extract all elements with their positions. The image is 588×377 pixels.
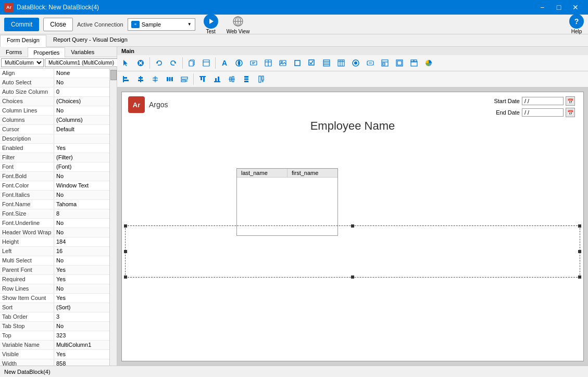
prop-value-cell[interactable]: No <box>54 106 109 115</box>
table-row[interactable]: VisibleYes <box>0 350 109 359</box>
subtab-properties[interactable]: Properties <box>28 47 65 57</box>
prop-value-cell[interactable]: (Columns) <box>54 116 109 124</box>
prop-value-cell[interactable]: 3 <box>54 312 109 321</box>
align-left-side-button[interactable] <box>119 72 133 86</box>
prop-value-cell[interactable]: (Filter) <box>54 153 109 162</box>
selection-box[interactable] <box>125 225 580 278</box>
prop-value-cell[interactable]: No <box>54 172 109 181</box>
table-row[interactable]: Filter(Filter) <box>0 153 109 162</box>
table-row[interactable]: Font.ColorWindow Text <box>0 181 109 191</box>
box-button[interactable] <box>291 56 304 70</box>
prop-value-cell[interactable] <box>54 134 109 143</box>
prop-value-cell[interactable]: (Choices) <box>54 97 109 106</box>
prop-value-cell[interactable]: Yes <box>54 266 109 274</box>
table-row[interactable]: Font.BoldNo <box>0 172 109 181</box>
prop-value-cell[interactable]: 0 <box>54 87 109 96</box>
close-button[interactable]: Close <box>43 18 73 31</box>
table-row[interactable]: Font.Size8 <box>0 209 109 219</box>
redo-button[interactable] <box>167 56 180 70</box>
table-row[interactable]: Tab Order3 <box>0 312 109 322</box>
align-top-button[interactable] <box>196 72 209 86</box>
handle-bl[interactable] <box>124 275 127 279</box>
center-v-button[interactable] <box>225 72 239 86</box>
table-row[interactable]: Font(Font) <box>0 162 109 172</box>
prop-value-cell[interactable]: No <box>54 191 109 199</box>
prop-value-cell[interactable]: None <box>54 69 109 78</box>
distribute-v-button[interactable] <box>240 72 253 86</box>
table-row[interactable]: Font.NameTahoma <box>0 200 109 209</box>
image-button[interactable] <box>276 56 290 70</box>
prop-value-cell[interactable]: Window Text <box>54 181 109 190</box>
prop-value-cell[interactable]: 8 <box>54 209 109 218</box>
table-row[interactable]: Multi SelectNo <box>0 256 109 266</box>
start-date-calendar-button[interactable]: 📅 <box>566 96 575 106</box>
handle-ml[interactable] <box>124 250 127 253</box>
input-button[interactable] <box>247 56 260 70</box>
start-date-input[interactable] <box>522 97 564 105</box>
panel-button[interactable] <box>378 56 392 70</box>
prop-value-cell[interactable]: Yes <box>54 275 109 284</box>
prop-value-cell[interactable]: Yes <box>54 350 109 359</box>
prop-value-cell[interactable]: MultiColumn1 <box>54 341 109 349</box>
commit-button[interactable]: Commit <box>4 18 39 31</box>
connection-dropdown[interactable]: ≡ Sample ▼ <box>128 18 195 31</box>
tab-form-design[interactable]: Form Design <box>0 35 46 47</box>
table-row[interactable]: Auto Size Column0 <box>0 87 109 97</box>
table-button[interactable] <box>261 56 275 70</box>
prop-value-cell[interactable]: Yes <box>54 144 109 153</box>
webview-tool[interactable]: Web View <box>227 14 250 34</box>
table-row[interactable]: Font.ItalicsNo <box>0 191 109 200</box>
match-height-button[interactable] <box>254 72 268 86</box>
radio-button[interactable] <box>349 56 362 70</box>
end-date-input[interactable] <box>522 108 564 117</box>
help-tool[interactable]: ? Help <box>569 14 584 34</box>
prop-value-cell[interactable]: No <box>54 228 109 237</box>
table-row[interactable]: Height184 <box>0 237 109 247</box>
table-row[interactable]: Header Word WrapNo <box>0 228 109 237</box>
table-row[interactable]: Variable NameMultiColumn1 <box>0 341 109 350</box>
frame-button[interactable] <box>393 56 406 70</box>
close-window-button[interactable]: ✕ <box>567 0 584 15</box>
undo-button[interactable] <box>152 56 166 70</box>
table-row[interactable]: Tab StopNo <box>0 322 109 331</box>
handle-tc[interactable] <box>351 224 354 228</box>
prop-value-cell[interactable]: Default <box>54 125 109 134</box>
prop-value-cell[interactable]: No <box>54 219 109 228</box>
align-center-h-button[interactable] <box>134 72 147 86</box>
tab-report-query[interactable]: Report Query - Visual Design <box>46 34 134 46</box>
scroll-thumb[interactable] <box>110 70 117 80</box>
handle-tr[interactable] <box>578 224 581 228</box>
test-tool[interactable]: Test <box>204 14 218 34</box>
maximize-button[interactable]: □ <box>551 0 567 15</box>
prop-value-cell[interactable]: 184 <box>54 237 109 246</box>
action-button[interactable] <box>364 56 377 70</box>
prop-value-cell[interactable]: 858 <box>54 359 109 366</box>
table-row[interactable]: Column LinesNo <box>0 106 109 116</box>
table-row[interactable]: Width858 <box>0 359 109 366</box>
paint-button[interactable] <box>232 56 246 70</box>
table-row[interactable]: Choices(Choices) <box>0 97 109 106</box>
table-row[interactable]: CursorDefault <box>0 125 109 134</box>
table-row[interactable]: Row LinesNo <box>0 284 109 294</box>
subtab-forms[interactable]: Forms <box>0 47 28 57</box>
table-row[interactable]: Sort(Sort) <box>0 303 109 312</box>
table-row[interactable]: Parent FontYes <box>0 266 109 275</box>
text-button[interactable]: A <box>218 56 231 70</box>
table-row[interactable]: Columns(Columns) <box>0 116 109 125</box>
table-row[interactable]: Description <box>0 134 109 144</box>
prop-value-cell[interactable]: Yes <box>54 294 109 303</box>
check-button[interactable] <box>305 56 319 70</box>
subtab-variables[interactable]: Variables <box>65 47 100 57</box>
prop-value-cell[interactable]: No <box>54 78 109 87</box>
center-h-button[interactable] <box>148 72 162 86</box>
component-type-select[interactable]: MultiColumn <box>1 58 44 67</box>
table-row[interactable]: Left16 <box>0 247 109 256</box>
table-row[interactable]: EnabledYes <box>0 144 109 153</box>
table-row[interactable]: Font.UnderlineNo <box>0 219 109 228</box>
component-name-select[interactable]: MultiColumn1 (MultiColumn) <box>45 58 124 67</box>
prop-value-cell[interactable]: Tahoma <box>54 200 109 209</box>
align-bottom-button[interactable] <box>210 72 224 86</box>
table-row[interactable]: RequiredYes <box>0 275 109 284</box>
handle-mr[interactable] <box>578 250 581 253</box>
prop-value-cell[interactable]: (Font) <box>54 162 109 171</box>
